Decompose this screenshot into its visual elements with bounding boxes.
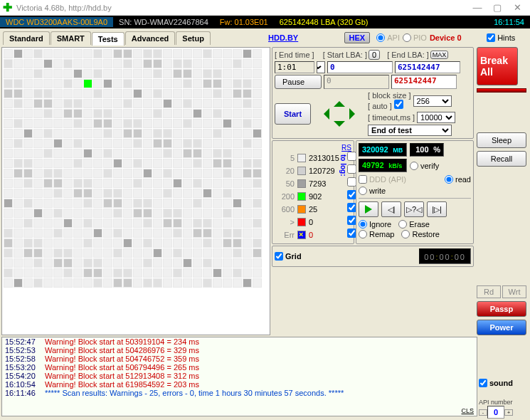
tab-advanced[interactable]: Advanced — [125, 31, 176, 45]
maximize-button[interactable]: ▢ — [487, 1, 507, 15]
recall-button[interactable]: Recall — [477, 151, 526, 167]
block-cell — [243, 89, 252, 98]
block-cell — [103, 258, 112, 268]
log-check-l0[interactable] — [347, 152, 356, 161]
minimize-button[interactable]: — — [467, 1, 487, 15]
block-cell — [243, 49, 252, 58]
block-cell — [93, 149, 102, 158]
restore-radio[interactable] — [401, 230, 410, 238]
break-all-button[interactable]: Break All — [477, 47, 518, 85]
block-cell — [163, 219, 172, 228]
prev-button[interactable]: ◁| — [381, 201, 401, 217]
random-button[interactable]: ▷?◁ — [404, 201, 424, 217]
hddby-link[interactable]: HDD.BY — [268, 33, 298, 42]
block-cell — [14, 248, 23, 258]
log-check-l4[interactable] — [347, 203, 356, 212]
sound-checkbox[interactable] — [479, 379, 487, 387]
block-cell — [143, 209, 152, 218]
ignore-radio[interactable] — [359, 220, 367, 229]
action-select[interactable]: End of test — [368, 125, 452, 136]
log-check-l1[interactable] — [347, 164, 356, 174]
auto-checkbox[interactable] — [394, 100, 403, 109]
log-check-l2[interactable] — [347, 177, 356, 187]
rd-button[interactable]: Rd — [477, 285, 501, 298]
block-cell — [243, 258, 252, 268]
hints-checkbox[interactable] — [487, 33, 495, 42]
tab-smart[interactable]: SMART — [51, 31, 91, 45]
passp-button[interactable]: Passp — [477, 301, 526, 317]
remap-radio[interactable] — [359, 230, 367, 238]
block-cell — [253, 159, 262, 168]
wrt-button[interactable]: Wrt — [502, 285, 526, 298]
max-button[interactable]: MAX — [430, 51, 449, 59]
ddd-checkbox[interactable] — [359, 175, 367, 184]
end-lba-input[interactable]: 625142447 — [395, 61, 460, 73]
endtime-dropdown[interactable] — [317, 61, 325, 73]
play-button[interactable] — [359, 201, 378, 217]
arrow-down-icon[interactable] — [334, 121, 345, 132]
block-cell — [33, 79, 43, 88]
block-cell — [163, 229, 172, 238]
tab-tests[interactable]: Tests — [92, 32, 124, 46]
block-cell — [123, 139, 132, 148]
block-cell — [233, 179, 242, 188]
block-cell — [133, 159, 142, 168]
block-cell — [23, 89, 33, 98]
block-cell — [143, 69, 152, 78]
block-cell — [53, 119, 63, 128]
arrow-right-icon[interactable] — [349, 108, 361, 120]
verify-radio[interactable] — [410, 162, 418, 170]
blocksize-select[interactable]: 256 — [413, 95, 452, 107]
api-plus[interactable]: + — [504, 409, 513, 416]
block-cell — [243, 189, 252, 198]
startlba-zero-button[interactable]: 0 — [369, 50, 380, 60]
hex-button[interactable]: HEX — [344, 32, 371, 43]
cls-button[interactable]: CLS — [461, 407, 474, 414]
block-cell — [223, 99, 232, 108]
block-cell — [103, 238, 112, 248]
block-cell — [83, 99, 92, 108]
block-cell — [153, 248, 162, 258]
block-cell — [233, 49, 242, 58]
block-cell — [113, 209, 122, 218]
block-cell — [223, 179, 232, 188]
block-cell — [103, 199, 112, 208]
timeout-select[interactable]: 10000 — [417, 112, 455, 123]
block-cell — [83, 139, 92, 148]
pio-radio[interactable] — [403, 33, 411, 42]
api-radio[interactable] — [376, 33, 385, 42]
arrow-left-icon[interactable] — [318, 108, 329, 120]
log-check-le[interactable] — [347, 229, 356, 238]
block-cell — [83, 219, 92, 228]
pause-button[interactable]: Pause — [275, 75, 322, 89]
block-cell — [233, 278, 242, 288]
block-cell — [53, 248, 63, 258]
block-cell — [233, 159, 242, 168]
close-button[interactable]: ✕ — [507, 1, 527, 15]
erase-radio[interactable] — [398, 220, 407, 229]
block-cell — [243, 139, 252, 148]
block-cell — [213, 69, 222, 78]
grid-checkbox[interactable] — [275, 252, 283, 261]
power-button[interactable]: Power — [477, 320, 526, 335]
log-summary: 16:11:46***** Scan results: Warnings - 2… — [2, 389, 477, 397]
block-cell — [43, 248, 53, 258]
rs-link[interactable]: RS — [341, 144, 351, 152]
block-cell — [43, 179, 53, 188]
log-check-l3[interactable] — [347, 190, 356, 199]
block-cell — [153, 109, 162, 118]
sleep-button[interactable]: Sleep — [477, 132, 526, 148]
start-lba-input[interactable]: 0 — [327, 61, 393, 73]
next-button[interactable]: |▷| — [427, 201, 447, 217]
arrow-up-icon[interactable] — [334, 95, 345, 107]
api-minus[interactable]: - — [479, 409, 487, 416]
read-radio[interactable] — [445, 175, 453, 184]
log-check-l5[interactable] — [347, 216, 356, 225]
write-radio[interactable] — [359, 187, 367, 195]
block-cell — [103, 179, 112, 188]
tab-standard[interactable]: Standard — [3, 31, 50, 45]
start-button[interactable]: Start — [275, 103, 311, 125]
tab-setup[interactable]: Setup — [176, 31, 211, 45]
block-cell — [163, 149, 172, 158]
block-cell — [4, 159, 13, 168]
